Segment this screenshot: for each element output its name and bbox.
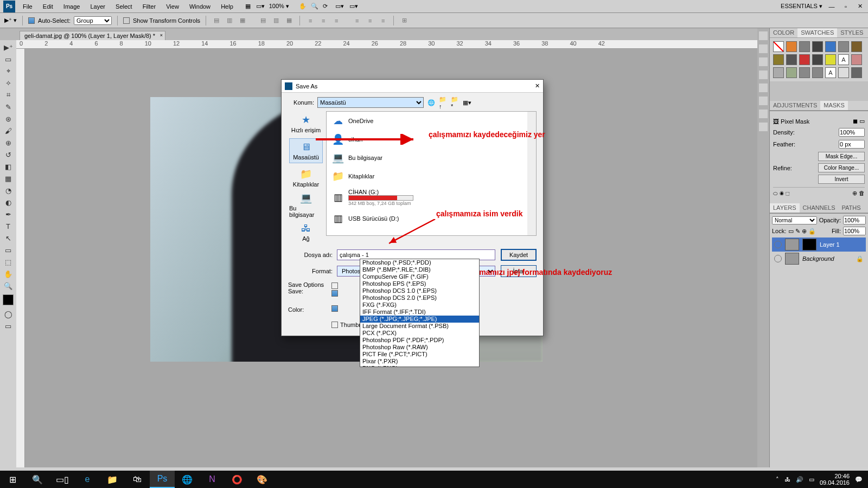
workspace-switcher[interactable]: ESSENTIALS ▾ <box>781 3 822 10</box>
format-option[interactable]: Large Document Format (*.PSB) <box>360 323 479 330</box>
rotate-view-icon[interactable]: ⟳ <box>323 3 328 10</box>
gradient-tool[interactable]: ▦ <box>2 173 15 184</box>
close-tab-icon[interactable]: × <box>160 33 163 38</box>
tab-adjust[interactable]: ADJUSTMENTS <box>770 101 820 110</box>
visibility-icon[interactable] <box>774 241 782 248</box>
minimize-button[interactable]: — <box>827 3 837 10</box>
feather-input[interactable] <box>839 140 865 149</box>
mask-edge-button[interactable]: Mask Edge... <box>818 152 865 161</box>
tab-swatches[interactable]: SWATCHES <box>797 28 837 37</box>
format-option[interactable]: CompuServe GIF (*.GIF) <box>360 273 479 280</box>
format-option-selected[interactable]: JPEG (*.JPG;*.JPEG;*.JPE) <box>360 316 479 323</box>
brush-tool[interactable]: 🖌 <box>2 125 15 136</box>
explorer-icon[interactable]: 📁 <box>100 471 125 488</box>
format-option[interactable]: Photoshop (*.PSD;*.PDD) <box>360 259 479 266</box>
density-input[interactable] <box>839 128 865 137</box>
dodge-tool[interactable]: ◐ <box>2 197 15 208</box>
format-option[interactable]: Photoshop EPS (*.EPS) <box>360 280 479 287</box>
tab-layers[interactable]: LAYERS <box>770 203 800 213</box>
format-option[interactable]: Photoshop Raw (*.RAW) <box>360 344 479 351</box>
place-libraries[interactable]: 📁Kitaplıklar <box>289 165 323 190</box>
format-option[interactable]: Photoshop PDF (*.PDF;*.PDP) <box>360 337 479 344</box>
menu-file[interactable]: File <box>18 3 37 10</box>
type-tool[interactable]: T <box>2 221 15 232</box>
format-option[interactable]: Photoshop DCS 2.0 (*.EPS) <box>360 294 479 301</box>
start-button[interactable]: ⊞ <box>0 471 25 488</box>
format-list[interactable]: Photoshop (*.PSD;*.PDD) BMP (*.BMP;*.RLE… <box>360 259 480 367</box>
clock[interactable]: 20:4609.04.2016 <box>820 473 850 486</box>
menu-view[interactable]: View <box>162 3 183 10</box>
format-option[interactable]: Pixar (*.PXR) <box>360 358 479 365</box>
zoom-readout[interactable]: 100% ▾ <box>269 3 289 10</box>
transform-checkbox[interactable] <box>123 17 130 24</box>
menu-filter[interactable]: Filter <box>138 3 160 10</box>
layer-row[interactable]: Background🔒 <box>772 252 866 266</box>
photoshop-task-icon[interactable]: Ps <box>150 471 175 488</box>
close-button[interactable]: ✕ <box>855 3 865 10</box>
taskview-button[interactable]: ▭▯ <box>50 471 75 488</box>
search-button[interactable]: 🔍 <box>25 471 50 488</box>
menu-window[interactable]: Window <box>185 3 215 10</box>
tab-styles[interactable]: STYLES <box>837 28 866 37</box>
color-swatch[interactable] <box>2 292 15 307</box>
invert-button[interactable]: Invert <box>818 175 865 184</box>
chrome-icon[interactable]: 🌐 <box>175 471 200 488</box>
panel-icon[interactable] <box>759 31 768 40</box>
launch-bridge-icon[interactable]: ▦ <box>245 3 251 10</box>
language-icon[interactable]: ▭ <box>809 476 814 483</box>
arrange-icon[interactable]: ▭▾ <box>335 3 344 10</box>
format-option[interactable]: PICT File (*.PCT;*.PICT) <box>360 351 479 358</box>
zoom-icon[interactable]: 🔍 <box>311 3 318 10</box>
volume-icon[interactable]: 🔊 <box>796 476 803 483</box>
viewmode-icon[interactable]: ▦▾ <box>463 98 471 107</box>
align-icon[interactable]: ▤ <box>212 16 221 25</box>
tab-color[interactable]: COLOR <box>770 28 797 37</box>
menu-layer[interactable]: Layer <box>86 3 110 10</box>
onenote-icon[interactable]: N <box>200 471 225 488</box>
opacity-input[interactable] <box>843 216 866 224</box>
format-option[interactable]: PNG (*.PNG) <box>360 365 479 367</box>
layer-row[interactable]: Layer 1 <box>772 237 866 252</box>
shape-tool[interactable]: ▭ <box>2 245 15 255</box>
tab-channels[interactable]: CHANNELS <box>800 203 839 213</box>
hand-tool[interactable]: ✋ <box>2 268 15 279</box>
save-button[interactable]: Kaydet <box>501 249 537 261</box>
screen-mode-icon[interactable]: ▭▾ <box>256 3 265 10</box>
app-icon[interactable]: ⭕ <box>225 471 250 488</box>
visibility-icon[interactable] <box>774 255 782 262</box>
list-item[interactable]: ☁OneDrive <box>327 112 536 130</box>
list-item[interactable]: 👤cihan <box>327 130 536 149</box>
format-option[interactable]: BMP (*.BMP;*.RLE;*.DIB) <box>360 266 479 273</box>
3d-tool[interactable]: ⬚ <box>2 256 15 267</box>
stamp-tool[interactable]: ⊕ <box>2 137 15 148</box>
tool-preset-icon[interactable]: ▶⁺ ▾ <box>4 17 17 24</box>
dialog-close-icon[interactable]: ✕ <box>535 82 540 89</box>
notifications-icon[interactable]: 💬 <box>855 476 863 483</box>
file-list[interactable]: ☁OneDrive 👤cihan 💻Bu bilgisayar 📁Kitaplı… <box>326 111 537 236</box>
menu-edit[interactable]: Edit <box>39 3 58 10</box>
fill-input[interactable] <box>843 227 866 235</box>
paint-icon[interactable]: 🎨 <box>250 471 275 488</box>
arrange-icon-2[interactable]: ▭▾ <box>349 3 358 10</box>
format-option[interactable]: IFF Format (*.IFF;*.TDI) <box>360 309 479 316</box>
menu-select[interactable]: Select <box>111 3 137 10</box>
quickmask-icon[interactable]: ◯ <box>2 309 15 319</box>
eyedropper-tool[interactable]: ✎ <box>2 101 15 112</box>
list-item[interactable]: 📁Kitaplıklar <box>327 167 536 185</box>
document-tab[interactable]: geli-damat.jpg @ 100% (Layer 1, Layer Ma… <box>20 31 165 40</box>
network-icon[interactable]: 🖧 <box>784 476 790 483</box>
pen-tool[interactable]: ✒ <box>2 209 15 220</box>
location-dropdown[interactable]: Masaüstü <box>317 97 424 108</box>
eraser-tool[interactable]: ◧ <box>2 161 15 172</box>
restore-button[interactable]: ▫ <box>841 3 851 10</box>
list-scrollbar[interactable] <box>527 112 536 235</box>
place-desktop[interactable]: 🖥Masaüstü <box>289 138 323 163</box>
newfolder-icon[interactable]: 📁* <box>451 98 459 107</box>
cancel-button[interactable]: İptal <box>501 265 537 277</box>
lasso-tool[interactable]: ⌖ <box>2 66 15 76</box>
crop-tool[interactable]: ⌗ <box>2 89 15 100</box>
zoom-tool[interactable]: 🔍 <box>2 280 15 291</box>
path-tool[interactable]: ↖ <box>2 233 15 243</box>
heal-tool[interactable]: ⊛ <box>2 113 15 124</box>
blur-tool[interactable]: ◔ <box>2 185 15 196</box>
